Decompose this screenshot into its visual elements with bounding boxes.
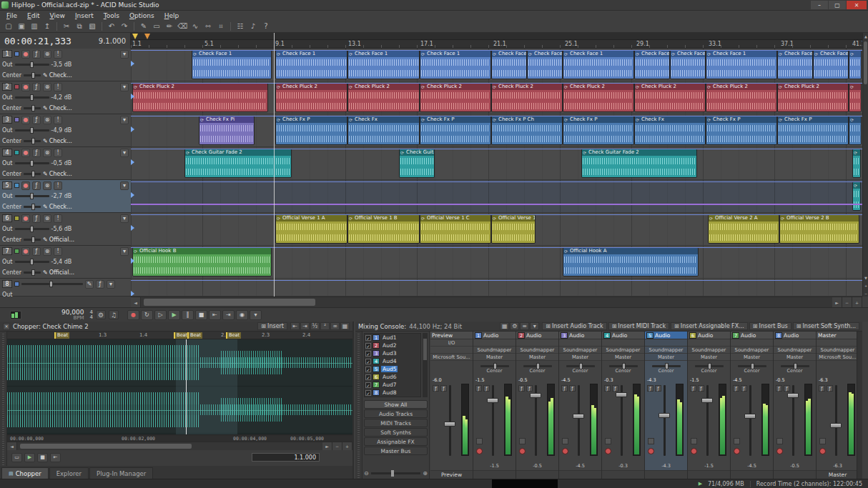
track-header[interactable]: 3●ƒ⊗!▾Out-4,9 dBCenter✎Check...	[0, 114, 131, 147]
fx-icon[interactable]: ƒ	[561, 385, 568, 392]
menu-item-view[interactable]: View	[45, 12, 70, 19]
record-arm-button[interactable]	[691, 448, 697, 454]
track-header[interactable]: 8✎ƒ▾Out	[0, 279, 131, 297]
input-monitor-button[interactable]	[819, 438, 826, 444]
track-pan-slider[interactable]	[24, 140, 41, 142]
checkbox[interactable]: ✓	[365, 343, 371, 349]
audio-clip[interactable]: Check Face 1	[670, 50, 706, 79]
audio-clip[interactable]: Check Guitar Fade 2	[184, 149, 292, 178]
mute-icon[interactable]: ⊗	[43, 116, 51, 124]
fader-handle[interactable]	[744, 414, 756, 419]
beat-marker-flag[interactable]: Beat	[54, 332, 69, 339]
slider-handle[interactable]	[31, 269, 35, 276]
track-dropdown-icon[interactable]: ▾	[107, 280, 115, 289]
filter-master-bus[interactable]: Master Bus	[364, 447, 428, 455]
mixer-track-row[interactable]: ✓4Aud4	[365, 357, 420, 365]
timeline-lane[interactable]	[131, 180, 862, 213]
record-arm-icon[interactable]: ●	[21, 247, 30, 256]
track-fx-icon[interactable]: ƒ	[32, 50, 41, 59]
record-arm-button[interactable]	[562, 448, 568, 454]
audio-clip[interactable]: Check Face 1	[563, 50, 634, 79]
track-pan-slider[interactable]	[24, 173, 41, 175]
audio-clip[interactable]: Check Pluck 2	[347, 83, 420, 112]
chopper-scrollbar[interactable]: ◄►−+	[7, 442, 352, 450]
paint-tool-icon[interactable]: ✏	[164, 21, 175, 31]
audio-clip[interactable]: Check Fx P	[420, 116, 491, 145]
timeline-lane[interactable]: Official Verse 1 AOfficial Verse 1 BOffi…	[131, 213, 862, 246]
strip-title[interactable]: 3Audio	[559, 332, 601, 339]
scroll-up-button[interactable]: ▲	[863, 33, 868, 39]
audio-clip[interactable]: Check Face 1	[275, 50, 347, 79]
fader-handle[interactable]	[701, 398, 713, 403]
scroll-right-button[interactable]: ►	[832, 297, 842, 307]
slider-handle[interactable]	[31, 72, 35, 79]
track-volume-slider[interactable]	[15, 228, 49, 230]
chopper-position-field[interactable]: 1.1.000	[252, 453, 320, 462]
scroll-down-button[interactable]: ▼	[863, 274, 868, 281]
chopper-rewind-button[interactable]: ⇤	[50, 453, 61, 462]
chopper-selection[interactable]	[176, 339, 237, 434]
fx-icon[interactable]: ƒ	[776, 385, 782, 392]
pan-slider[interactable]	[480, 365, 509, 367]
track-dropdown-icon[interactable]: ▾	[120, 214, 129, 223]
chopper-double-icon[interactable]: ²	[320, 322, 330, 330]
tab-explorer[interactable]: Explorer	[49, 467, 89, 479]
slider-handle[interactable]	[31, 236, 35, 243]
record-arm-button[interactable]	[519, 448, 526, 454]
record-arm-button[interactable]	[819, 448, 826, 454]
slider-handle[interactable]	[708, 363, 711, 369]
mixer-strip-audio4[interactable]: 4AudioSoundmapperMasterCenter-0.3ƒƒ-0.3	[602, 332, 645, 479]
play-button[interactable]: ▶	[168, 310, 180, 320]
audio-clip[interactable]: Official Verse 1 D	[491, 214, 536, 244]
volume-envelope[interactable]	[131, 50, 862, 51]
fx-icon[interactable]: ƒ	[483, 385, 490, 392]
mixer-track-row[interactable]: ✓1Aud1	[365, 334, 420, 342]
mixer-vscrollbar[interactable]	[857, 332, 862, 479]
copy-icon[interactable]: ⧉	[74, 21, 85, 31]
record-arm-icon[interactable]: ●	[21, 83, 30, 91]
mixer-track-row[interactable]: ✓3Aud3	[365, 349, 420, 357]
timeline-ruler[interactable]: 1.15.19.113.117.121.125.129.133.137.141.…	[131, 40, 862, 49]
audio-clip[interactable]: Check Pluck 2	[275, 83, 347, 112]
track-pan-slider[interactable]	[24, 206, 41, 208]
audio-clip[interactable]: Official Verse 1 B	[347, 214, 420, 244]
mute-icon[interactable]: ⊗	[43, 214, 51, 223]
scroll-thumb[interactable]	[144, 299, 315, 306]
mixer-grid-icon[interactable]: ▦	[500, 322, 509, 330]
audio-clip[interactable]: Check Face 1	[777, 50, 813, 79]
marker-icon[interactable]	[144, 34, 150, 39]
mixer-zoom-slider[interactable]	[371, 472, 421, 474]
audio-clip[interactable]: Official Verse 2 A	[708, 214, 779, 244]
timeline-lane[interactable]: Check Fx PiCheck Fx PCheck FxCheck Fx PC…	[131, 114, 862, 147]
track-dropdown-icon[interactable]: ▾	[120, 50, 129, 59]
scroll-thumb[interactable]	[864, 41, 867, 84]
slider-handle[interactable]	[30, 127, 34, 134]
timeline-lanes[interactable]: Check Face 1Check Face 1Check Face 1Chec…	[131, 49, 862, 297]
checkbox[interactable]: ✓	[365, 382, 371, 388]
mixer-strip-audio7[interactable]: 7AudioSoundmapperMasterCenter-4.5ƒƒ-4.5	[731, 332, 774, 479]
record-button[interactable]: ●	[127, 310, 139, 320]
metronome-icon[interactable]: ♫	[109, 310, 119, 319]
audio-clip[interactable]: Check Pluck 2	[491, 83, 563, 112]
fx-icon[interactable]: ƒ	[784, 385, 790, 392]
track-dropdown-icon[interactable]: ▾	[120, 116, 129, 124]
track-pan-slider[interactable]	[24, 74, 41, 76]
strip-title[interactable]: 4Audio	[602, 332, 644, 339]
audio-clip[interactable]: Check Fx	[634, 116, 706, 145]
zoom-out-button[interactable]: −	[863, 290, 868, 297]
track-volume-slider[interactable]	[15, 96, 49, 99]
audio-clip[interactable]: Official Verse 1 A	[275, 214, 347, 244]
audio-clip[interactable]: Check Fx Pi	[199, 116, 255, 145]
scroll-track[interactable]	[17, 442, 322, 450]
insert-midi-track-button[interactable]: ⊞Insert MIDI Track	[608, 322, 669, 330]
strip-title[interactable]: 7Audio	[731, 332, 773, 339]
mixer-track-row[interactable]: ✓6Aud6	[365, 373, 420, 381]
audio-clip[interactable]	[849, 50, 862, 79]
strip-title[interactable]: 5Audio	[645, 332, 687, 339]
open-icon[interactable]: ▣	[16, 21, 27, 31]
audio-clip[interactable]: Check Face 1	[813, 50, 849, 79]
track-header[interactable]: 2●ƒ⊗!▾Out-4,2 dBCenter✎Check...	[0, 81, 131, 114]
zoom-out-button[interactable]: −	[332, 442, 342, 450]
filter-soft-synths[interactable]: Soft Synths	[364, 428, 428, 437]
audio-clip[interactable]: Check Guitar Fade 2	[581, 149, 697, 178]
